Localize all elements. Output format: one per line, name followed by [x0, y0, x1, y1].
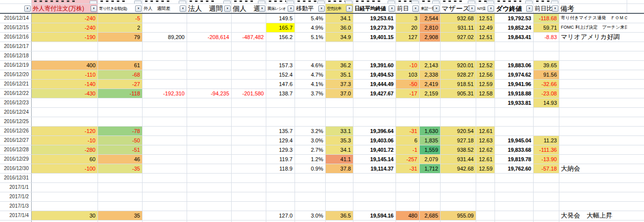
cell-nikkei[interactable]: 19,444.49 [353, 80, 396, 89]
cell-nikkei[interactable] [353, 51, 396, 60]
cell-karauri[interactable]: 37.0 [326, 89, 353, 98]
cell-karauri[interactable] [326, 42, 353, 51]
cell-gaijin-week[interactable] [143, 14, 187, 23]
cell-tosho[interactable] [420, 108, 441, 117]
cell-date[interactable]: 2016/12/14 [0, 14, 32, 23]
cell-touraku[interactable]: 129.3 [266, 145, 295, 154]
cell-nt[interactable]: 12.49 [476, 23, 495, 32]
cell-kojin-week[interactable] [232, 183, 266, 192]
cell-touraku[interactable] [266, 98, 295, 107]
cell-dow-chg[interactable]: 39.65 [534, 61, 559, 70]
cell-gaijin-week[interactable] [143, 98, 187, 107]
header-nikkei[interactable]: 日経平均終値▼ [353, 4, 396, 13]
cell-karauri[interactable]: 35.3 [326, 136, 353, 145]
cell-hojin-week[interactable] [187, 98, 232, 107]
cell-gaijin[interactable]: -190 [32, 33, 98, 42]
cell-zenjitsu[interactable]: 3 [396, 14, 420, 23]
cell-date[interactable]: 2016/12/29 [0, 155, 32, 164]
filter-dropdown-gaijin[interactable]: ▼ [91, 5, 97, 12]
cell-zenjitsu[interactable]: -1 [396, 145, 420, 154]
header-yoritsuke[interactable]: 寄り付き金額(億)▼ [98, 4, 143, 13]
cell-hojin-week[interactable] [187, 164, 232, 173]
cell-nt[interactable] [476, 42, 495, 51]
cell-idouhei[interactable]: 4.6% [295, 61, 326, 70]
cell-zenjitsu[interactable]: -17 [396, 89, 420, 98]
cell-tosho[interactable]: 1,835 [420, 136, 441, 145]
cell-idouhei[interactable] [295, 202, 326, 211]
cell-biko[interactable] [559, 136, 627, 145]
cell-tosho[interactable]: 2,419 [420, 80, 441, 89]
cell-gaijin-week[interactable]: -192,310 [143, 89, 187, 98]
filter-dropdown-karauri[interactable]: ▼ [346, 5, 352, 12]
cell-idouhei[interactable]: 3.0% [295, 211, 326, 220]
cell-tosho[interactable] [420, 51, 441, 60]
cell-nikkei[interactable] [353, 183, 396, 192]
cell-yoritsuke[interactable] [98, 98, 143, 107]
cell-mothers[interactable]: 932.68 [441, 14, 476, 23]
cell-nikkei[interactable] [353, 192, 396, 201]
cell-karauri[interactable] [326, 117, 353, 126]
cell-zenjitsu[interactable] [396, 192, 420, 201]
cell-yoritsuke[interactable]: 46 [98, 155, 143, 164]
filter-dropdown-yoritsuke[interactable]: ▼ [135, 5, 142, 12]
cell-hojin-week[interactable] [187, 192, 232, 201]
cell-biko[interactable] [559, 70, 627, 79]
cell-touraku[interactable] [266, 183, 295, 192]
header-gaijin-week[interactable]: 外人 週間差▼ [143, 4, 187, 13]
cell-mothers[interactable] [441, 183, 476, 192]
cell-nt[interactable]: 12.59 [476, 80, 495, 89]
cell-dow[interactable] [495, 127, 534, 135]
cell-zenjitsu[interactable]: 6 [396, 136, 420, 145]
cell-touraku[interactable]: 152.4 [266, 70, 295, 79]
cell-dow[interactable] [495, 174, 534, 182]
cell-nt[interactable] [476, 117, 495, 126]
cell-hojin-week[interactable] [187, 174, 232, 182]
cell-zenjitsu[interactable]: -31 [396, 127, 420, 135]
cell-date[interactable]: 2017/1/3 [0, 202, 32, 211]
cell-hojin-week[interactable] [187, 42, 232, 51]
cell-mothers[interactable]: 905.31 [441, 89, 476, 98]
cell-nt[interactable] [476, 202, 495, 211]
cell-hojin-week[interactable] [187, 127, 232, 135]
cell-mothers[interactable]: 920.01 [441, 61, 476, 70]
cell-nt[interactable] [476, 211, 495, 220]
cell-gaijin-week[interactable] [143, 80, 187, 89]
cell-hojin-week[interactable] [187, 183, 232, 192]
cell-gaijin[interactable]: -120 [32, 127, 98, 135]
cell-tosho[interactable]: 2,544 [420, 14, 441, 23]
cell-nt[interactable] [476, 108, 495, 117]
cell-yoritsuke[interactable]: 2 [98, 23, 143, 32]
header-mothers[interactable]: マザーズ▼ [441, 4, 476, 13]
cell-mothers[interactable] [441, 108, 476, 117]
cell-biko[interactable]: マリオアメリカ好調 [559, 33, 627, 42]
cell-gaijin-week[interactable] [143, 42, 187, 51]
cell-zenjitsu[interactable]: 127 [396, 33, 420, 42]
cell-touraku[interactable] [266, 174, 295, 182]
filter-dropdown-hojin-week[interactable]: ▼ [224, 5, 231, 12]
cell-kojin-week[interactable] [232, 80, 266, 89]
cell-date[interactable]: 2016/12/24 [0, 108, 32, 117]
cell-gaijin-week[interactable] [143, 202, 187, 211]
filter-dropdown-nt[interactable]: ▼ [488, 5, 494, 12]
filter-dropdown-dow[interactable]: ▼ [526, 5, 533, 12]
cell-kojin-week[interactable] [232, 14, 266, 23]
cell-dow[interactable]: 19,941.96 [495, 80, 534, 89]
cell-dow-chg[interactable]: -23.08 [534, 89, 559, 98]
cell-nikkei[interactable] [353, 42, 396, 51]
cell-tosho[interactable]: 2,810 [420, 23, 441, 32]
cell-mothers[interactable]: 931.44 [441, 155, 476, 164]
cell-dow-chg[interactable] [534, 117, 559, 126]
cell-biko[interactable] [559, 192, 627, 201]
cell-karauri[interactable]: 34.1 [326, 14, 353, 23]
cell-nikkei[interactable]: 19,145.14 [353, 155, 396, 164]
cell-dow[interactable] [495, 117, 534, 126]
cell-touraku[interactable]: 147.6 [266, 80, 295, 89]
cell-gaijin[interactable]: -430 [32, 89, 98, 98]
cell-karauri[interactable]: 36.2 [326, 61, 353, 70]
cell-gaijin-week[interactable] [143, 211, 187, 220]
cell-biko[interactable] [559, 61, 627, 70]
cell-karauri[interactable]: 36.0 [326, 23, 353, 32]
filter-dropdown-nikkei[interactable]: ▼ [389, 5, 395, 12]
cell-yoritsuke[interactable]: -118 [98, 89, 143, 98]
cell-dow-chg[interactable]: -8.83 [534, 33, 559, 42]
